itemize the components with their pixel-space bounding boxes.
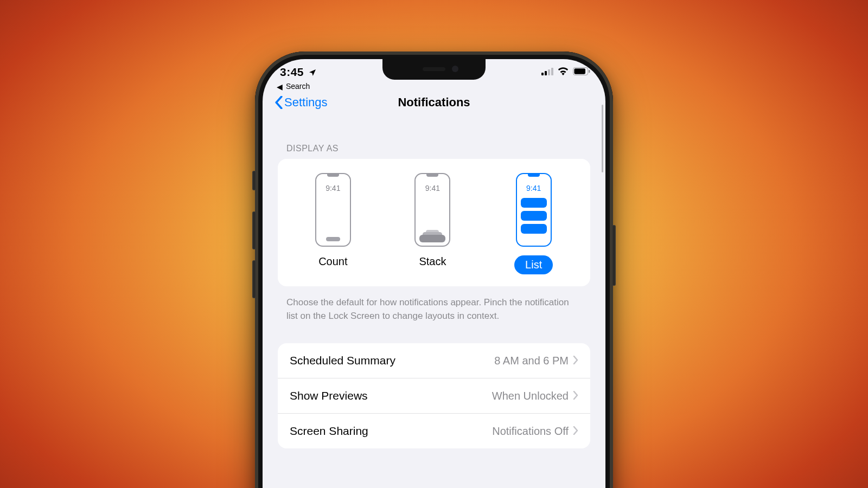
svg-rect-2 [589,70,590,73]
location-icon [308,68,317,79]
section-footer-display-as: Choose the default for how notifications… [263,286,605,323]
screen: 3:45 ◀ Search [263,59,605,488]
chevron-right-icon [573,355,578,367]
section-header-display-as: Display As [263,119,605,159]
display-option-list[interactable]: 9:41 List [514,173,553,274]
preview-stack-icon: 9:41 [414,173,450,247]
display-option-stack[interactable]: 9:41 Stack [414,173,450,274]
chevron-right-icon [573,390,578,402]
status-time: 3:45 [280,66,304,79]
cellular-icon [541,68,553,75]
breadcrumb-back[interactable]: ◀ Search [277,82,310,91]
battery-icon [573,67,590,75]
display-as-card: 9:41 Count 9:41 Stack [278,159,590,286]
row-value: When Unlocked [492,390,569,402]
svg-rect-1 [574,68,585,74]
side-button [612,225,616,286]
display-option-label: List [514,255,553,274]
display-option-label: Count [318,255,347,268]
page-title: Notifications [263,95,605,110]
nav-bar: Settings Notifications [263,93,605,119]
iphone-frame: 3:45 ◀ Search [255,52,613,488]
row-value: Notifications Off [492,425,569,438]
notch [382,59,486,80]
scroll-indicator [602,105,603,172]
row-label: Show Previews [290,389,368,402]
wifi-icon [558,67,569,75]
promo-background: 3:45 ◀ Search [0,0,868,488]
row-label: Screen Sharing [290,425,368,438]
row-scheduled-summary[interactable]: Scheduled Summary 8 AM and 6 PM [278,343,590,378]
breadcrumb-label: Search [286,82,310,91]
row-label: Scheduled Summary [290,354,395,367]
notification-settings-list: Scheduled Summary 8 AM and 6 PM Show Pre… [278,343,590,448]
volume-up-button [252,211,256,249]
row-screen-sharing[interactable]: Screen Sharing Notifications Off [278,413,590,448]
preview-count-icon: 9:41 [315,173,351,247]
row-value: 8 AM and 6 PM [494,355,569,367]
preview-list-icon: 9:41 [516,173,552,247]
mute-switch [252,171,256,190]
chevron-right-icon [573,425,578,438]
volume-down-button [252,260,256,298]
display-option-label: Stack [419,255,446,268]
row-show-previews[interactable]: Show Previews When Unlocked [278,378,590,413]
chevron-left-icon: ◀ [277,82,283,91]
display-option-count[interactable]: 9:41 Count [315,173,351,274]
